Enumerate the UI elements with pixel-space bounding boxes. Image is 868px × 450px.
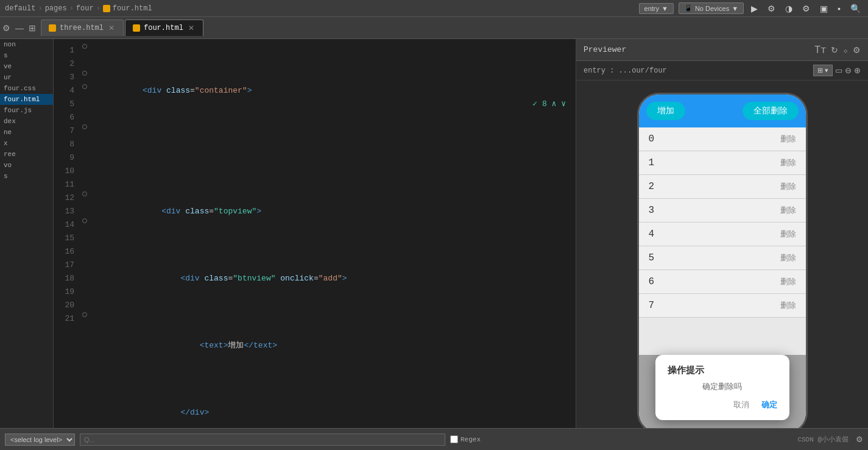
regex-checkbox[interactable] xyxy=(450,435,458,443)
code-content: 12345 678910 1112131415 1617181920 21 <d… xyxy=(54,39,576,428)
previewer-settings-button[interactable]: ⚙ xyxy=(853,45,861,55)
code-line-2 xyxy=(90,151,576,165)
previewer-path-controls: ⊞ ▾ ▭ ⊖ ⊕ xyxy=(813,65,861,76)
sidebar-item-s2[interactable]: s xyxy=(0,171,53,182)
phone-add-button[interactable]: 增加 xyxy=(646,102,685,120)
sidebar-item-non[interactable]: non xyxy=(0,39,53,50)
no-devices-button[interactable]: 📱 No Devices ▼ xyxy=(679,2,744,14)
del-btn-4[interactable]: 删除 xyxy=(780,229,796,240)
gear-button[interactable]: ⚙ xyxy=(2,23,10,33)
search-button[interactable]: 🔍 xyxy=(848,2,863,15)
zoom-out-button[interactable]: ⊖ xyxy=(845,66,852,75)
refresh-button[interactable]: ↻ xyxy=(831,45,838,55)
previewer-path: entry : ...our/four xyxy=(584,66,667,75)
list-item-7: 7 删除 xyxy=(639,294,806,318)
bottom-settings-button[interactable]: ⚙ xyxy=(856,435,863,444)
tab-bar: ⚙ — ⊞ three.html ✕ four.html ✕ xyxy=(0,17,868,39)
breadcrumb-four: four xyxy=(76,4,94,13)
tab-three-label: three.html xyxy=(60,24,104,32)
settings-button[interactable]: ⚙ xyxy=(800,2,813,15)
code-line-5: <text>增加</text> xyxy=(90,326,576,366)
entry-chevron-icon: ▼ xyxy=(662,5,668,12)
phone-top-bar: 增加 全部删除 xyxy=(639,95,806,127)
sidebar-item-dex[interactable]: dex xyxy=(0,116,53,127)
entry-button[interactable]: entry ▼ xyxy=(639,3,674,14)
previewer-content: 增加 全部删除 0 删除 1 删除 2 xyxy=(576,80,868,428)
file-icon xyxy=(103,5,110,12)
item-num-6: 6 xyxy=(649,276,655,287)
gutter-dot-4 xyxy=(82,84,87,89)
sidebar-item-s1[interactable]: s xyxy=(0,50,53,61)
item-num-2: 2 xyxy=(649,181,655,192)
sidebar-item-ur[interactable]: ur xyxy=(0,72,53,83)
breadcrumb-sep3: › xyxy=(96,4,101,13)
gutter-dot-14 xyxy=(82,218,87,223)
layout-button[interactable]: ▣ xyxy=(817,2,830,15)
tab-four-close[interactable]: ✕ xyxy=(187,24,196,32)
list-item-2: 2 删除 xyxy=(639,175,806,199)
sidebar-item-ree[interactable]: ree xyxy=(0,149,53,160)
code-line-3: <div class="topview"> xyxy=(90,191,576,232)
tab-four-icon xyxy=(133,24,140,32)
sidebar-item-ve[interactable]: ve xyxy=(0,61,53,72)
del-btn-2[interactable]: 删除 xyxy=(780,181,796,192)
collapse-button[interactable]: — xyxy=(15,23,24,33)
run-button[interactable]: ▶ xyxy=(749,2,760,15)
item-num-7: 7 xyxy=(649,300,655,311)
log-search-input[interactable] xyxy=(80,434,445,446)
breadcrumb-default: default xyxy=(5,4,35,13)
line-numbers: 12345 678910 1112131415 1617181920 21 xyxy=(54,39,79,428)
tab-three-icon xyxy=(49,24,56,32)
tab-four[interactable]: four.html ✕ xyxy=(125,20,203,36)
tab-four-label: four.html xyxy=(144,24,183,32)
gutter-dot-3 xyxy=(82,71,87,76)
code-line-6: </div> xyxy=(90,393,576,428)
watermark: CSDN @小小袁倔 xyxy=(797,435,849,444)
build-button[interactable]: ⚙ xyxy=(765,2,778,15)
item-num-1: 1 xyxy=(649,157,655,168)
sidebar-item-vo[interactable]: vo xyxy=(0,160,53,171)
breadcrumb-pages: pages xyxy=(45,4,67,13)
sidebar-item-x[interactable]: x xyxy=(0,138,53,149)
previewer-header: Previewer Tᴛ ↻ ⬦ ⚙ xyxy=(576,39,868,61)
item-num-5: 5 xyxy=(649,252,655,263)
dialog-ok-button[interactable]: 确定 xyxy=(761,399,777,410)
sidebar-item-fourcss[interactable]: four.css xyxy=(0,83,53,94)
devices-chevron-icon: ▼ xyxy=(732,5,738,12)
del-btn-3[interactable]: 删除 xyxy=(780,205,796,216)
item-num-4: 4 xyxy=(649,229,655,240)
sidebar-item-ne[interactable]: ne xyxy=(0,127,53,138)
tab-three[interactable]: three.html ✕ xyxy=(41,20,124,36)
sidebar-item-fourhtml[interactable]: four.html xyxy=(0,94,53,105)
bottom-bar: <select log level> Verbose Debug Info Wa… xyxy=(0,428,868,450)
frame-button[interactable]: ▭ xyxy=(835,66,842,75)
item-num-3: 3 xyxy=(649,205,655,216)
sidebar-item-fourjs[interactable]: four.js xyxy=(0,105,53,116)
phone-delall-button[interactable]: 全部删除 xyxy=(743,102,799,120)
del-btn-7[interactable]: 删除 xyxy=(780,300,796,311)
list-item-5: 5 删除 xyxy=(639,246,806,270)
dialog-box: 操作提示 确定删除吗 取消 确定 xyxy=(655,355,789,420)
gutter-dot-1 xyxy=(82,44,87,49)
dialog-cancel-button[interactable]: 取消 xyxy=(733,399,749,410)
log-level-select[interactable]: <select log level> Verbose Debug Info Wa… xyxy=(5,434,75,446)
top-bar: default › pages › four › four.html entry… xyxy=(0,0,868,17)
zoom-in-button[interactable]: ⊕ xyxy=(854,66,861,75)
profile-button[interactable]: ◑ xyxy=(783,2,795,15)
device-orient-button[interactable]: ⬦ xyxy=(843,45,848,55)
grid-view-button[interactable]: ⊞ ▾ xyxy=(813,65,833,76)
del-btn-1[interactable]: 删除 xyxy=(780,157,796,168)
regex-label: Regex xyxy=(450,435,481,443)
del-btn-5[interactable]: 删除 xyxy=(780,252,796,263)
del-btn-0[interactable]: 删除 xyxy=(780,134,796,145)
split-button[interactable]: ⊞ xyxy=(29,23,36,33)
device2-button[interactable]: ▪ xyxy=(835,2,843,15)
phone-dialog: 操作提示 确定删除吗 取消 确定 xyxy=(639,355,806,428)
text-size-button[interactable]: Tᴛ xyxy=(814,44,826,55)
list-item-3: 3 删除 xyxy=(639,199,806,223)
del-btn-6[interactable]: 删除 xyxy=(780,276,796,287)
dialog-title: 操作提示 xyxy=(668,365,777,376)
gutter-dot-7 xyxy=(82,124,87,129)
tab-three-close[interactable]: ✕ xyxy=(107,24,116,32)
code-editor[interactable]: 12345 678910 1112131415 1617181920 21 <d… xyxy=(54,39,576,428)
